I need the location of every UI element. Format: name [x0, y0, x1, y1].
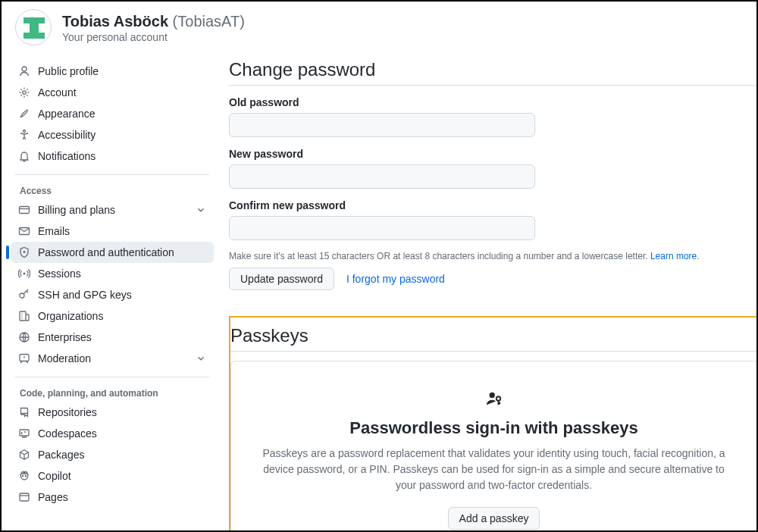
sidebar-item-password-and-authentication[interactable]: Password and authentication [11, 242, 214, 263]
add-passkey-button[interactable]: Add a passkey [448, 507, 540, 530]
sidebar-item-moderation[interactable]: Moderation [11, 348, 214, 369]
main-content: Change password Old password New passwor… [220, 56, 756, 532]
username: TobiasAT [177, 13, 240, 30]
update-password-button[interactable]: Update password [229, 268, 334, 290]
group-label-access: Access [11, 181, 214, 199]
sidebar-item-enterprises[interactable]: Enterprises [11, 327, 214, 348]
sidebar-item-organizations[interactable]: Organizations [11, 305, 214, 327]
mail-icon [18, 225, 30, 237]
chevron-down-icon [196, 353, 206, 364]
key-icon [18, 289, 30, 301]
sidebar-item-label: Emails [38, 225, 206, 237]
learn-more-link[interactable]: Learn more [650, 251, 697, 261]
chevron-down-icon [196, 205, 206, 215]
account-header: Tobias Asböck (TobiasAT) Your personal a… [2, 2, 756, 56]
svg-rect-14 [20, 493, 29, 501]
package-icon [18, 449, 30, 461]
sidebar-item-emails[interactable]: Emails [11, 221, 214, 242]
passkeys-blankslate: Passwordless sign-in with passkeys Passk… [230, 361, 756, 532]
sidebar-item-copilot[interactable]: Copilot [11, 465, 214, 487]
sidebar-item-label: Password and authentication [38, 246, 206, 258]
globe-icon [18, 331, 30, 343]
svg-point-7 [20, 293, 24, 298]
sidebar-item-label: Codespaces [38, 427, 206, 440]
sidebar-item-label: Enterprises [38, 331, 206, 343]
sidebar-item-sessions[interactable]: Sessions [11, 263, 214, 284]
forgot-password-link[interactable]: I forgot my password [346, 273, 445, 285]
sidebar-item-label: Notifications [38, 150, 206, 162]
sidebar-item-label: Sessions [38, 268, 206, 280]
old-password-label: Old password [229, 96, 756, 108]
person-icon [18, 65, 30, 77]
codespace-icon [18, 427, 30, 440]
sidebar-item-label: Accessibility [38, 129, 206, 141]
sidebar-item-label: SSH and GPG keys [38, 289, 206, 301]
sidebar-item-accessibility[interactable]: Accessibility [11, 124, 214, 146]
org-icon [18, 310, 30, 322]
sidebar-item-label: Organizations [38, 310, 206, 322]
confirm-password-label: Confirm new password [229, 199, 756, 211]
svg-point-2 [23, 130, 26, 133]
sidebar-item-repositories[interactable]: Repositories [11, 402, 214, 423]
sidebar-item-label: Appearance [38, 108, 206, 120]
sidebar-item-pages[interactable]: Pages [11, 487, 214, 508]
sidebar-item-billing-and-plans[interactable]: Billing and plans [11, 199, 214, 221]
sidebar-item-label: Public profile [38, 65, 206, 77]
sidebar-item-codespaces[interactable]: Codespaces [11, 423, 214, 444]
divider [15, 377, 209, 377]
account-title: Tobias Asböck (TobiasAT) [62, 11, 245, 31]
sidebar-item-label: Repositories [38, 406, 206, 418]
avatar[interactable] [15, 9, 52, 45]
section-title-change-password: Change password [229, 59, 756, 86]
svg-point-0 [22, 67, 27, 71]
passkey-icon [262, 390, 726, 411]
sidebar-item-account[interactable]: Account [11, 82, 214, 103]
passkeys-description: Passkeys are a password replacement that… [262, 446, 726, 493]
new-password-label: New password [229, 148, 756, 160]
confirm-password-input[interactable] [229, 216, 535, 240]
sidebar-item-appearance[interactable]: Appearance [11, 103, 214, 124]
group-label-code: Code, planning, and automation [11, 383, 214, 402]
gear-icon [18, 86, 30, 99]
display-name: Tobias Asböck [62, 13, 168, 30]
sidebar-item-label: Account [38, 86, 206, 99]
sidebar-item-label: Copilot [38, 470, 206, 482]
account-subtitle: Your personal account [62, 31, 245, 43]
passkeys-section: Passkeys Passwordless sign-in with passk… [229, 316, 756, 532]
old-password-input[interactable] [229, 113, 535, 137]
broadcast-icon [18, 268, 30, 280]
password-hint: Make sure it's at least 15 characters OR… [229, 251, 756, 261]
sidebar-item-packages[interactable]: Packages [11, 444, 214, 465]
sidebar-item-notifications[interactable]: Notifications [11, 146, 214, 167]
bell-icon [18, 150, 30, 162]
sidebar-item-label: Pages [38, 491, 206, 503]
report-icon [18, 352, 30, 365]
brush-icon [18, 108, 30, 120]
sidebar-item-ssh-and-gpg-keys[interactable]: SSH and GPG keys [11, 284, 214, 305]
divider [15, 174, 209, 175]
sidebar-item-label: Packages [38, 449, 206, 461]
sidebar-item-public-profile[interactable]: Public profile [11, 61, 214, 82]
repo-icon [18, 406, 30, 418]
svg-point-1 [23, 91, 26, 94]
section-title-passkeys: Passkeys [230, 325, 756, 352]
copilot-icon [18, 470, 30, 482]
svg-rect-8 [20, 311, 26, 321]
svg-rect-3 [20, 207, 30, 214]
shield-icon [18, 246, 30, 258]
svg-point-5 [23, 252, 25, 253]
sidebar-item-label: Billing and plans [38, 204, 196, 216]
settings-sidebar: Public profileAccountAppearanceAccessibi… [2, 56, 220, 508]
credit-icon [18, 204, 30, 216]
passkeys-heading: Passwordless sign-in with passkeys [262, 418, 726, 438]
svg-point-12 [22, 475, 23, 476]
svg-point-6 [23, 273, 26, 275]
svg-point-15 [489, 393, 494, 398]
svg-point-13 [25, 475, 26, 476]
new-password-input[interactable] [229, 164, 535, 189]
sidebar-item-label: Moderation [38, 352, 196, 365]
browser-icon [18, 491, 30, 503]
svg-point-16 [496, 396, 500, 401]
a11y-icon [18, 129, 30, 141]
